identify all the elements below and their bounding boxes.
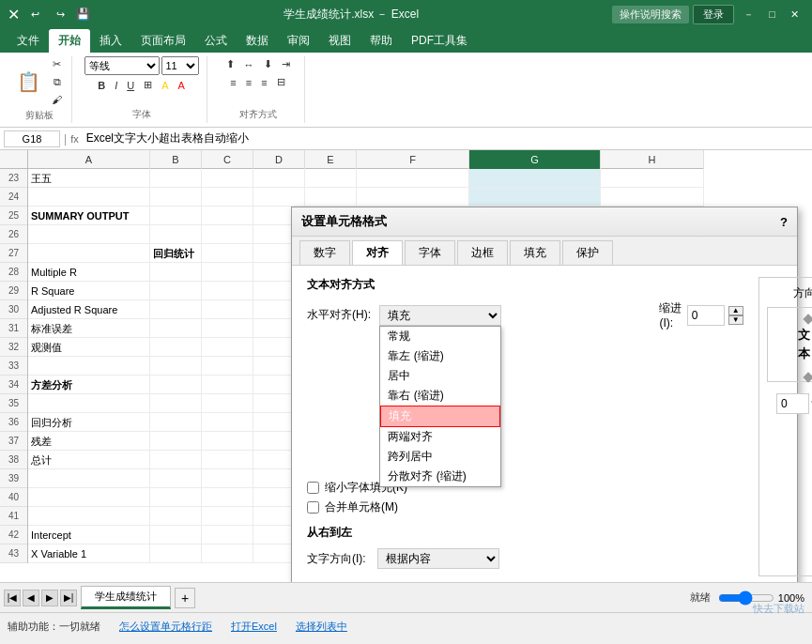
sheet-tab-active[interactable]: 学生成绩统计 bbox=[81, 586, 171, 609]
col-header-A[interactable]: A bbox=[28, 150, 150, 169]
shrink-checkbox[interactable] bbox=[307, 482, 319, 494]
wrap-text-button[interactable]: ⇥ bbox=[278, 56, 294, 72]
fill-color-button[interactable]: A bbox=[158, 78, 172, 93]
tab-review[interactable]: 审阅 bbox=[278, 29, 319, 53]
cell-C24[interactable] bbox=[202, 188, 253, 206]
cell-C26[interactable] bbox=[202, 225, 253, 243]
cell-A38[interactable]: 总计 bbox=[28, 451, 150, 468]
cell-B38[interactable] bbox=[150, 451, 202, 468]
cell-C29[interactable] bbox=[202, 282, 253, 299]
cell-A25[interactable]: SUMMARY OUTPUT bbox=[28, 207, 150, 224]
cell-C42[interactable] bbox=[202, 526, 253, 544]
col-header-H[interactable]: H bbox=[601, 150, 704, 169]
sheet-nav-last[interactable]: ▶| bbox=[60, 590, 77, 606]
login-button[interactable]: 登录 bbox=[693, 5, 734, 24]
cell-B39[interactable] bbox=[150, 469, 202, 487]
cell-E24[interactable] bbox=[305, 188, 357, 206]
border-button[interactable]: ⊞ bbox=[140, 77, 156, 93]
horizontal-dropdown[interactable]: 常规 靠左 (缩进) 居中 靠右 (缩进) 填充 两端对齐 跨列居中 分散对齐 … bbox=[379, 326, 501, 487]
redo-button[interactable]: ↪ bbox=[51, 7, 70, 23]
cell-A39[interactable] bbox=[28, 469, 150, 487]
cell-C36[interactable] bbox=[202, 413, 253, 431]
save-icon[interactable]: 💾 bbox=[76, 8, 90, 21]
cell-B32[interactable] bbox=[150, 338, 202, 356]
cell-B28[interactable] bbox=[150, 263, 202, 281]
cell-C40[interactable] bbox=[202, 488, 253, 506]
cell-A40[interactable] bbox=[28, 488, 150, 506]
dropdown-item-center[interactable]: 居中 bbox=[380, 366, 500, 386]
sheet-nav-prev[interactable]: ◀ bbox=[23, 590, 39, 606]
cell-B27[interactable]: 回归统计 bbox=[150, 244, 202, 262]
cell-C27[interactable] bbox=[202, 244, 253, 262]
col-header-B[interactable]: B bbox=[150, 150, 202, 169]
cell-C32[interactable] bbox=[202, 338, 253, 356]
dialog-tab-align[interactable]: 对齐 bbox=[352, 240, 403, 265]
cell-C43[interactable] bbox=[202, 544, 253, 562]
cell-A27[interactable] bbox=[28, 244, 150, 262]
tab-home[interactable]: 开始 bbox=[49, 29, 90, 53]
align-right-button[interactable]: ≡ bbox=[257, 75, 270, 90]
dropdown-item-left[interactable]: 靠左 (缩进) bbox=[380, 346, 500, 366]
cell-B23[interactable] bbox=[150, 169, 202, 187]
sheet-nav-next[interactable]: ▶ bbox=[41, 590, 58, 606]
align-bottom-button[interactable]: ⬇ bbox=[260, 56, 276, 72]
cell-C30[interactable] bbox=[202, 300, 253, 318]
tab-view[interactable]: 视图 bbox=[319, 29, 360, 53]
col-header-C[interactable]: C bbox=[202, 150, 253, 169]
cell-C33[interactable] bbox=[202, 357, 253, 375]
cell-B41[interactable] bbox=[150, 507, 202, 525]
copy-button[interactable]: ⧉ bbox=[48, 74, 66, 90]
indent-up-button[interactable]: ▲ bbox=[728, 306, 743, 315]
hint-item-2[interactable]: 打开Excel bbox=[231, 620, 277, 634]
cell-A26[interactable] bbox=[28, 225, 150, 243]
dialog-tab-border[interactable]: 边框 bbox=[457, 240, 508, 265]
indent-down-button[interactable]: ▼ bbox=[728, 315, 743, 325]
paste-button[interactable]: 📋 bbox=[13, 69, 44, 95]
cell-H24[interactable] bbox=[601, 188, 704, 206]
tab-data[interactable]: 数据 bbox=[237, 29, 278, 53]
tab-file[interactable]: 文件 bbox=[8, 29, 49, 53]
search-box[interactable]: 操作说明搜索 bbox=[612, 6, 689, 23]
dialog-question-icon[interactable]: ? bbox=[780, 215, 788, 229]
cell-B30[interactable] bbox=[150, 300, 202, 318]
cell-A31[interactable]: 标准误差 bbox=[28, 319, 150, 337]
col-header-D[interactable]: D bbox=[253, 150, 305, 169]
merge-button[interactable]: ⊟ bbox=[273, 74, 289, 90]
cell-C39[interactable] bbox=[202, 469, 253, 487]
undo-button[interactable]: ↩ bbox=[25, 7, 45, 23]
cell-A41[interactable] bbox=[28, 507, 150, 525]
cell-D24[interactable] bbox=[253, 188, 305, 206]
underline-button[interactable]: U bbox=[123, 78, 138, 93]
cell-B40[interactable] bbox=[150, 488, 202, 506]
cell-A35[interactable] bbox=[28, 394, 150, 412]
cell-B37[interactable] bbox=[150, 432, 202, 450]
tab-help[interactable]: 帮助 bbox=[360, 29, 402, 53]
cell-A28[interactable]: Multiple R bbox=[28, 263, 150, 281]
minimize-button[interactable]: － bbox=[738, 6, 759, 23]
col-header-E[interactable]: E bbox=[305, 150, 357, 169]
italic-button[interactable]: I bbox=[111, 78, 121, 93]
font-name-select[interactable]: 等线 bbox=[84, 56, 160, 75]
indent-input[interactable] bbox=[687, 305, 725, 326]
cell-B43[interactable] bbox=[150, 544, 202, 562]
font-size-select[interactable]: 11 bbox=[161, 56, 199, 75]
maximize-button[interactable]: □ bbox=[763, 7, 781, 22]
cell-B35[interactable] bbox=[150, 394, 202, 412]
horizontal-align-select[interactable]: 填充 bbox=[379, 305, 501, 326]
cell-C28[interactable] bbox=[202, 263, 253, 281]
cell-A42[interactable]: Intercept bbox=[28, 526, 150, 544]
format-painter-button[interactable]: 🖌 bbox=[48, 92, 66, 107]
dropdown-item-fill[interactable]: 填充 bbox=[380, 406, 500, 427]
hint-item-3[interactable]: 选择列表中 bbox=[296, 620, 347, 634]
align-center-button[interactable]: ≡ bbox=[242, 75, 255, 90]
close-button[interactable]: ✕ bbox=[785, 7, 804, 23]
cell-B36[interactable] bbox=[150, 413, 202, 431]
font-color-button[interactable]: A bbox=[174, 78, 188, 93]
cell-B42[interactable] bbox=[150, 526, 202, 544]
cell-B26[interactable] bbox=[150, 225, 202, 243]
dropdown-item-justify[interactable]: 两端对齐 bbox=[380, 427, 500, 447]
dialog-tab-number[interactable]: 数字 bbox=[299, 240, 350, 265]
sheet-nav-first[interactable]: |◀ bbox=[4, 590, 21, 606]
cell-A24[interactable] bbox=[28, 188, 150, 206]
dialog-tab-fill[interactable]: 填充 bbox=[510, 240, 560, 265]
